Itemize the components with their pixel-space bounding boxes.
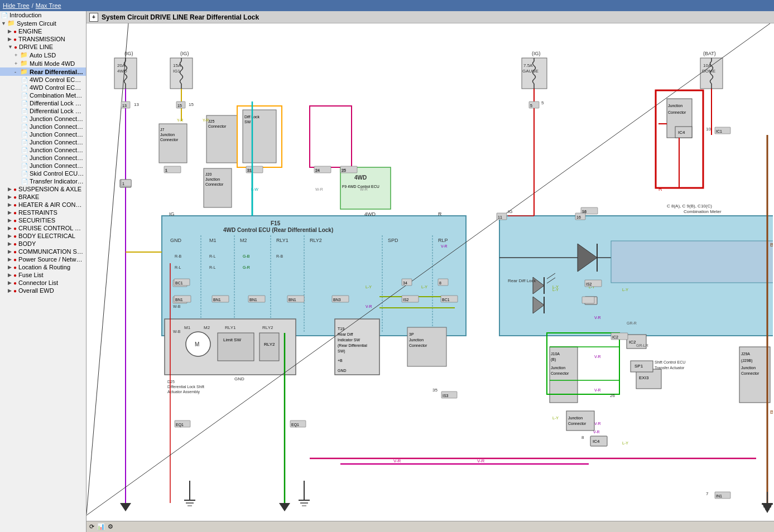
svg-text:SP1: SP1: [634, 364, 643, 369]
svg-text:8: 8: [581, 435, 584, 440]
svg-text:EQ1: EQ1: [291, 423, 299, 427]
svg-text:5: 5: [541, 100, 544, 105]
sidebar-item-transfer-indicator[interactable]: 📄Transfer Indicator SW...: [0, 177, 86, 185]
sidebar-item-engine[interactable]: ▶●ENGINE: [0, 27, 86, 35]
svg-text:Y-R: Y-R: [177, 118, 183, 122]
sidebar-item-junction-conn4[interactable]: 📄Junction Connector / J...: [0, 138, 86, 146]
diagram-area[interactable]: (IG) 20A 4WD (IG) 15A IG1: [86, 23, 774, 521]
sidebar-item-junction-conn7[interactable]: 📄Junction Connector / J...: [0, 162, 86, 170]
svg-text:26: 26: [610, 393, 615, 398]
sidebar-item-label-brake: BRAKE: [18, 194, 39, 200]
svg-text:EXI3: EXI3: [639, 375, 649, 380]
sidebar-item-suspension-axle[interactable]: ▶●SUSPENSION & AXLE: [0, 185, 86, 193]
svg-text:4WD: 4WD: [354, 175, 367, 181]
svg-text:Connector: Connector: [741, 371, 759, 375]
svg-text:Actuator Assembly: Actuator Assembly: [167, 390, 200, 394]
sidebar-item-fuse-list[interactable]: ▶●Fuse List: [0, 271, 86, 279]
sidebar-item-restraints[interactable]: ▶●RESTRAINTS: [0, 209, 86, 216]
svg-text:BN1: BN1: [289, 298, 296, 302]
sidebar-item-body[interactable]: ▶●BODY: [0, 240, 86, 248]
svg-text:R-L: R-L: [209, 265, 215, 269]
status-icon-refresh[interactable]: ⟳: [89, 523, 94, 530]
sidebar-item-junction-conn1[interactable]: 📄Junction Connector / J...: [0, 115, 86, 123]
svg-text:GAUGE: GAUGE: [522, 69, 539, 74]
sidebar-item-4wd-control-ecu-re[interactable]: 📄4WD Control ECU (Re...: [0, 84, 86, 91]
svg-rect-74: [611, 241, 773, 283]
sidebar-item-label-rear-diff-lock: Rear Differential Loc...: [30, 69, 85, 75]
svg-text:(BAT): (BAT): [703, 51, 716, 56]
svg-text:(B): (B): [551, 357, 556, 362]
sidebar-item-securities[interactable]: ▶●SECURITIES: [0, 216, 86, 224]
sidebar-item-cruise-control[interactable]: ▶●CRUISE CONTROL SYS...: [0, 224, 86, 232]
sidebar-item-junction-conn5[interactable]: 📄Junction Connector / J...: [0, 146, 86, 154]
status-icon-graph[interactable]: 📊: [97, 523, 105, 530]
sidebar-item-label-diff-lock-shift: Differential Lock Shift...: [30, 100, 85, 107]
sidebar-item-label-body: BODY: [18, 240, 36, 247]
sidebar-item-combination-meter[interactable]: 📄Combination Meter / C...: [0, 91, 86, 99]
sidebar-item-overall-ewd[interactable]: ▶●Overall EWD: [0, 287, 86, 294]
sidebar-item-label-location-routing: Location & Routing: [18, 264, 70, 270]
sidebar-item-label-overall-ewd: Overall EWD: [18, 287, 54, 294]
svg-text:Y-R: Y-R: [203, 118, 209, 122]
sidebar-item-power-source[interactable]: ▶●Power Source / Networ...: [0, 255, 86, 263]
svg-text:BC1: BC1: [442, 298, 450, 302]
sidebar-item-introduction[interactable]: 📄Introduction: [0, 11, 86, 19]
svg-text:L-Y: L-Y: [552, 416, 559, 420]
expand-button[interactable]: +: [89, 13, 98, 22]
svg-text:IG: IG: [169, 211, 175, 217]
sidebar-item-transmission[interactable]: ▶●TRANSMISSION: [0, 35, 86, 43]
svg-text:20A: 20A: [117, 63, 126, 68]
sidebar-item-system-circuit[interactable]: ▼📁System Circuit: [0, 19, 86, 27]
sidebar-item-junction-conn6[interactable]: 📄Junction Connector / J...: [0, 154, 86, 162]
sidebar-item-auto-lsd[interactable]: +📁Auto LSD: [0, 51, 86, 59]
svg-text:25: 25: [342, 168, 346, 172]
svg-text:(IG): (IG): [532, 51, 541, 56]
svg-text:BC1: BC1: [175, 281, 183, 285]
sidebar-item-location-routing[interactable]: ▶●Location & Routing: [0, 263, 86, 271]
sidebar-item-junction-conn2[interactable]: 📄Junction Connector / J...: [0, 123, 86, 130]
svg-text:BN1: BN1: [175, 298, 183, 302]
svg-text:F15: F15: [271, 220, 281, 226]
sidebar-item-diff-lock-shift[interactable]: 📄Differential Lock Shift...: [0, 99, 86, 107]
sidebar-item-drive-line[interactable]: ▼●DRIVE LINE: [0, 43, 86, 51]
svg-text:Indicator SW: Indicator SW: [338, 338, 360, 342]
svg-text:R-B: R-B: [175, 254, 181, 258]
hide-tree-link[interactable]: Hide Tree: [3, 2, 30, 9]
sidebar-item-heater-air[interactable]: ▶●HEATER & AIR CONDIT...: [0, 201, 86, 209]
svg-text:Transfer Actuator: Transfer Actuator: [655, 366, 685, 370]
svg-text:BN1: BN1: [249, 298, 257, 302]
svg-text:13: 13: [134, 102, 139, 107]
sidebar-item-diff-lock-sw[interactable]: 📄Differential Lock SW /...: [0, 107, 86, 115]
svg-text:V-R: V-R: [393, 458, 401, 463]
svg-text:Connector: Connector: [409, 344, 427, 347]
svg-text:(Rear Differential: (Rear Differential: [338, 344, 367, 348]
sidebar-item-multi-mode-4wd[interactable]: +📁Multi Mode 4WD: [0, 59, 86, 67]
max-tree-link[interactable]: Max Tree: [36, 2, 61, 9]
status-icon-settings[interactable]: ⚙: [108, 523, 113, 530]
svg-text:IC2: IC2: [612, 335, 618, 339]
svg-text:(IG): (IG): [180, 51, 189, 56]
sidebar-item-body-electrical[interactable]: ▶●BODY ELECTRICAL: [0, 232, 86, 240]
sidebar-item-label-cruise-control: CRUISE CONTROL SYS...: [18, 225, 85, 231]
sidebar-item-skid-control[interactable]: 📄Skid Control ECU with...: [0, 170, 86, 177]
svg-text:SPD: SPD: [388, 238, 398, 243]
svg-text:7.5A: 7.5A: [523, 63, 533, 68]
svg-rect-160: [582, 297, 594, 303]
sidebar-item-label-heater-air: HEATER & AIR CONDIT...: [18, 201, 85, 208]
svg-text:GND: GND: [170, 238, 182, 243]
sidebar-item-brake[interactable]: ▶●BRAKE: [0, 193, 86, 201]
sidebar-item-rear-diff-lock[interactable]: -📁Rear Differential Loc...: [0, 67, 86, 76]
sidebar-item-label-comm-sys: COMMUNICATION SYS...: [18, 248, 85, 255]
svg-text:V-R: V-R: [594, 355, 601, 359]
svg-text:RLY2: RLY2: [262, 325, 273, 330]
sidebar-item-junction-conn3[interactable]: 📄Junction Connector / J...: [0, 130, 86, 138]
sidebar: 📄Introduction▼📁System Circuit▶●ENGINE▶●T…: [0, 11, 86, 532]
sidebar-item-connector-list[interactable]: ▶●Connector List: [0, 279, 86, 287]
svg-text:Differential Lock Shift: Differential Lock Shift: [167, 385, 204, 389]
svg-text:16: 16: [576, 215, 581, 219]
sidebar-item-4wd-control-ecu-fp[interactable]: 📄4WD Control ECU / F...: [0, 76, 86, 84]
sidebar-item-comm-sys[interactable]: ▶●COMMUNICATION SYS...: [0, 248, 86, 255]
svg-text:R-L: R-L: [175, 265, 181, 269]
sidebar-item-label-power-source: Power Source / Networ...: [18, 256, 85, 263]
svg-text:G-B: G-B: [243, 254, 250, 258]
